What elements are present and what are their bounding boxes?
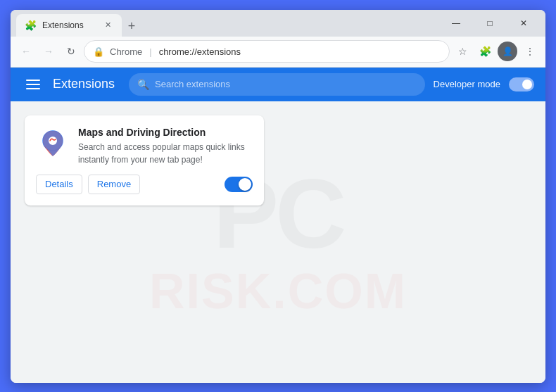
maximize-button[interactable]: □	[474, 13, 506, 33]
minimize-button[interactable]: —	[440, 13, 472, 33]
tab-title: Extensions	[42, 20, 96, 30]
extension-toggle-knob	[239, 178, 251, 191]
reload-button[interactable]: ↻	[61, 42, 81, 61]
menu-line-2	[26, 84, 40, 85]
extensions-title: Extensions	[53, 77, 115, 91]
url-path: chrome://extensions	[159, 46, 241, 57]
window-controls: — □ ✕	[440, 13, 540, 33]
address-bar: ← → ↻ 🔒 Chrome | chrome://extensions ☆ 🧩…	[11, 37, 545, 68]
toggle-knob	[522, 80, 532, 89]
extension-enabled-toggle[interactable]	[225, 177, 253, 192]
extension-logo	[36, 127, 70, 160]
tab-bar: 🧩 Extensions ✕ +	[16, 14, 141, 37]
url-origin: Chrome	[110, 46, 142, 57]
active-tab[interactable]: 🧩 Extensions ✕	[16, 14, 122, 37]
remove-button[interactable]: Remove	[88, 175, 140, 194]
forward-button[interactable]: →	[39, 42, 58, 61]
menu-line-1	[26, 80, 40, 81]
bookmark-button[interactable]: ☆	[453, 42, 472, 61]
lock-icon: 🔒	[93, 46, 104, 57]
new-tab-button[interactable]: +	[122, 17, 141, 37]
search-icon: 🔍	[137, 79, 149, 90]
extension-description: Search and access popular maps quick lin…	[78, 141, 253, 166]
tab-close-button[interactable]: ✕	[102, 20, 113, 31]
menu-line-3	[26, 88, 40, 89]
browser-window: 🧩 Extensions ✕ + — □ ✕ ← → ↻ 🔒 Chrome | …	[11, 10, 545, 383]
menu-button[interactable]: ⋮	[520, 42, 540, 61]
toolbar-icons: ☆ 🧩 👤 ⋮	[453, 42, 540, 61]
search-bar[interactable]: 🔍	[129, 73, 425, 96]
extension-card-header: Maps and Driving Direction Search and ac…	[36, 127, 253, 166]
extension-icon-svg	[36, 127, 70, 160]
developer-mode-toggle[interactable]	[509, 77, 534, 91]
extensions-header: Extensions 🔍 Developer mode	[11, 68, 545, 101]
extension-info: Maps and Driving Direction Search and ac…	[78, 127, 253, 166]
search-input[interactable]	[155, 79, 417, 89]
extension-name: Maps and Driving Direction	[78, 127, 253, 138]
extension-card-footer: Details Remove	[36, 175, 253, 194]
details-button[interactable]: Details	[36, 175, 82, 194]
url-bar[interactable]: 🔒 Chrome | chrome://extensions	[84, 40, 450, 63]
extensions-content: PC RISK.COM Maps and Driving Directi	[11, 101, 545, 383]
url-separator: |	[149, 46, 151, 57]
extension-button[interactable]: 🧩	[475, 42, 495, 61]
title-bar: 🧩 Extensions ✕ + — □ ✕	[11, 10, 545, 37]
watermark-risk: RISK.COM	[149, 263, 407, 320]
close-button[interactable]: ✕	[507, 13, 540, 33]
developer-mode-label: Developer mode	[434, 79, 500, 89]
sidebar-menu-button[interactable]	[22, 73, 44, 96]
tab-icon: 🧩	[25, 20, 37, 31]
back-button[interactable]: ←	[16, 42, 36, 61]
extension-card: Maps and Driving Direction Search and ac…	[25, 115, 264, 206]
profile-button[interactable]: 👤	[498, 42, 517, 61]
